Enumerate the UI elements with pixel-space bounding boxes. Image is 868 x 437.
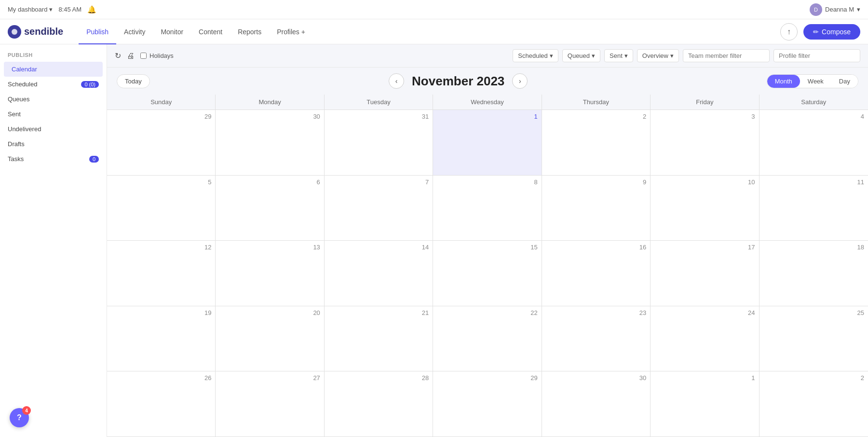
calendar-cell[interactable]: 29 [433,371,542,437]
tab-profiles[interactable]: Profiles + [269,19,313,44]
calendar-cell[interactable]: 22 [433,306,542,371]
dashboard-label[interactable]: My dashboard ▾ [8,6,53,13]
calendar-cell[interactable]: 25 [760,306,868,371]
calendar-cell[interactable]: 17 [651,241,759,306]
sidebar-item-drafts[interactable]: Drafts [0,137,107,151]
calendar-cell[interactable]: 15 [433,241,542,306]
month-view-button[interactable]: Month [767,75,800,88]
calendar-week-2: 5 6 7 8 9 10 11 [107,176,868,241]
logo-text: sendible [24,26,63,37]
logo[interactable]: sendible [8,25,63,39]
calendar-cell[interactable]: 9 [542,176,651,241]
calendar-cell[interactable]: 23 [542,306,651,371]
calendar-cell[interactable]: 7 [325,176,433,241]
day-view-button[interactable]: Day [831,75,858,88]
print-button[interactable]: 🖨 [127,52,135,60]
calendar-cell[interactable]: 18 [760,241,868,306]
user-dropdown-icon: ▾ [857,6,860,13]
week-view-button[interactable]: Week [800,75,831,88]
sidebar-item-undelivered[interactable]: Undelivered [0,122,107,137]
upload-button[interactable]: ↑ [780,23,798,41]
help-icon: ? [17,413,22,422]
holidays-checkbox-label[interactable]: Holidays [140,52,174,59]
tab-monitor[interactable]: Monitor [153,19,191,44]
scheduled-filter-dropdown-icon: ▾ [550,52,553,59]
calendar-cell[interactable]: 28 [325,371,433,437]
tab-activity[interactable]: Activity [116,19,153,44]
sent-filter-dropdown-icon: ▾ [624,52,628,59]
calendar-cell[interactable]: 3 [651,110,759,175]
sidebar-item-tasks[interactable]: Tasks 0 [0,151,107,166]
prev-month-button[interactable]: ‹ [389,73,404,89]
calendar-cell[interactable]: 8 [433,176,542,241]
calendar-cell[interactable]: 6 [216,176,324,241]
nav-bar: sendible Publish Activity Monitor Conten… [0,19,868,44]
overview-filter[interactable]: Overview ▾ [637,49,679,62]
today-button[interactable]: Today [117,74,150,88]
calendar-cell[interactable]: 16 [542,241,651,306]
sidebar-item-sent[interactable]: Sent [0,107,107,122]
calendar-cell[interactable]: 11 [760,176,868,241]
calendar-cell[interactable]: 27 [216,371,324,437]
compose-button[interactable]: ✏ Compose [803,24,860,40]
scheduled-filter-label: Scheduled [518,52,547,59]
main-layout: PUBLISH Calendar Scheduled 0 (0) Queues … [0,44,868,437]
queued-filter[interactable]: Queued ▾ [562,49,600,62]
calendar-cell[interactable]: 10 [651,176,759,241]
calendar-week-3: 12 13 14 15 16 17 18 [107,241,868,306]
sidebar-item-calendar[interactable]: Calendar [4,62,103,77]
view-switcher: Month Week Day [767,74,858,88]
sidebar-item-label-tasks: Tasks [8,155,24,163]
month-title: November 2023 [412,74,504,89]
queued-filter-dropdown-icon: ▾ [592,52,595,59]
upload-icon: ↑ [787,27,791,36]
calendar-cell[interactable]: 4 [760,110,868,175]
top-bar-left: My dashboard ▾ 8:45 AM 🔔 [8,5,96,14]
calendar-cell[interactable]: 29 [107,110,216,175]
calendar-cell[interactable]: 19 [107,306,216,371]
right-arrow-icon: › [519,77,521,85]
nav-tabs: Publish Activity Monitor Content Reports… [79,19,313,44]
calendar-body: 29 30 31 1 2 3 4 5 6 7 8 9 10 11 [107,110,868,437]
top-bar-right: D Deanna M ▾ [810,3,860,16]
tab-content[interactable]: Content [191,19,230,44]
print-icon: 🖨 [127,52,135,60]
calendar-cell[interactable]: 12 [107,241,216,306]
sent-filter[interactable]: Sent ▾ [604,49,633,62]
calendar-cell-today[interactable]: 1 [433,110,542,175]
calendar-cell[interactable]: 1 [651,371,759,437]
calendar-cell[interactable]: 30 [216,110,324,175]
header-thursday: Thursday [542,95,651,109]
tab-reports[interactable]: Reports [230,19,269,44]
team-member-filter[interactable] [683,49,770,62]
sidebar-item-queues[interactable]: Queues [0,92,107,107]
calendar-nav: Today ‹ November 2023 › Month Week Day [107,68,868,95]
holidays-checkbox[interactable] [140,53,147,59]
calendar-cell[interactable]: 30 [542,371,651,437]
avatar: D [810,3,822,16]
scheduled-filter[interactable]: Scheduled ▾ [513,49,558,62]
calendar-week-4: 19 20 21 22 23 24 25 [107,306,868,372]
sidebar-item-scheduled[interactable]: Scheduled 0 (0) [0,77,107,92]
overview-filter-label: Overview [642,52,668,59]
calendar-cell[interactable]: 24 [651,306,759,371]
calendar-cell[interactable]: 2 [542,110,651,175]
calendar-cell[interactable]: 5 [107,176,216,241]
calendar-cell[interactable]: 26 [107,371,216,437]
calendar-cell[interactable]: 31 [325,110,433,175]
tab-publish[interactable]: Publish [79,19,116,44]
refresh-button[interactable]: ↻ [115,51,121,60]
user-info[interactable]: D Deanna M ▾ [810,3,860,16]
next-month-button[interactable]: › [512,73,528,89]
sidebar-badge-tasks: 0 [89,156,99,163]
profile-filter[interactable] [773,49,860,62]
dashboard-dropdown-icon[interactable]: ▾ [49,6,53,13]
username: Deanna M [825,6,854,13]
calendar-cell[interactable]: 14 [325,241,433,306]
calendar-cell[interactable]: 13 [216,241,324,306]
calendar-cell[interactable]: 21 [325,306,433,371]
help-button[interactable]: ? 4 [10,408,29,427]
calendar-cell[interactable]: 20 [216,306,324,371]
notification-icon[interactable]: 🔔 [87,5,96,14]
calendar-cell[interactable]: 2 [760,371,868,437]
